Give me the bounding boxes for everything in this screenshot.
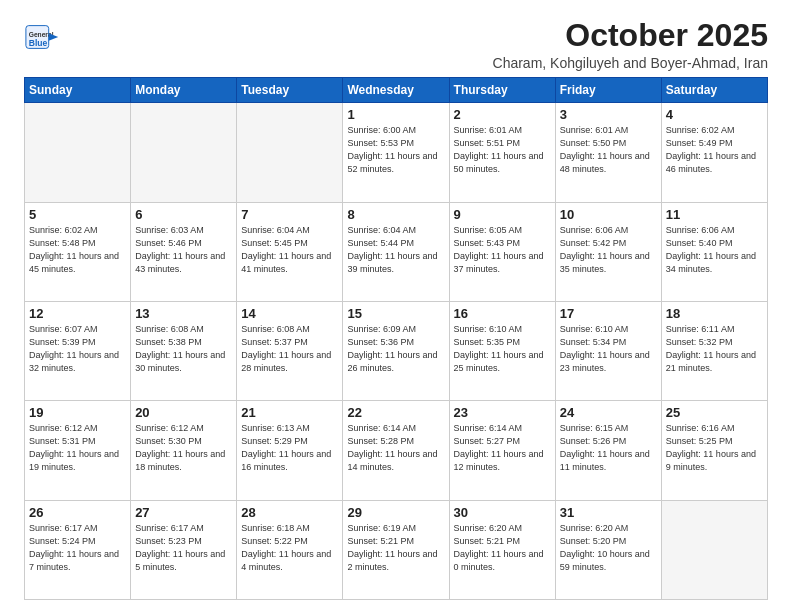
day-info: Sunrise: 6:20 AM Sunset: 5:20 PM Dayligh… [560, 522, 657, 574]
day-info: Sunrise: 6:15 AM Sunset: 5:26 PM Dayligh… [560, 422, 657, 474]
day-number: 28 [241, 505, 338, 520]
table-row: 30Sunrise: 6:20 AM Sunset: 5:21 PM Dayli… [449, 500, 555, 599]
table-row: 23Sunrise: 6:14 AM Sunset: 5:27 PM Dayli… [449, 401, 555, 500]
day-number: 18 [666, 306, 763, 321]
day-info: Sunrise: 6:11 AM Sunset: 5:32 PM Dayligh… [666, 323, 763, 375]
logo-icon: General Blue [24, 18, 62, 56]
day-info: Sunrise: 6:01 AM Sunset: 5:50 PM Dayligh… [560, 124, 657, 176]
table-row: 6Sunrise: 6:03 AM Sunset: 5:46 PM Daylig… [131, 202, 237, 301]
calendar-week-row: 12Sunrise: 6:07 AM Sunset: 5:39 PM Dayli… [25, 301, 768, 400]
day-info: Sunrise: 6:02 AM Sunset: 5:49 PM Dayligh… [666, 124, 763, 176]
title-block: October 2025 Charam, Kohgiluyeh and Boye… [493, 18, 768, 71]
day-number: 15 [347, 306, 444, 321]
table-row: 20Sunrise: 6:12 AM Sunset: 5:30 PM Dayli… [131, 401, 237, 500]
day-info: Sunrise: 6:05 AM Sunset: 5:43 PM Dayligh… [454, 224, 551, 276]
day-number: 27 [135, 505, 232, 520]
day-number: 9 [454, 207, 551, 222]
page: General Blue October 2025 Charam, Kohgil… [0, 0, 792, 612]
table-row: 15Sunrise: 6:09 AM Sunset: 5:36 PM Dayli… [343, 301, 449, 400]
day-number: 12 [29, 306, 126, 321]
table-row: 22Sunrise: 6:14 AM Sunset: 5:28 PM Dayli… [343, 401, 449, 500]
day-number: 31 [560, 505, 657, 520]
day-number: 29 [347, 505, 444, 520]
table-row: 24Sunrise: 6:15 AM Sunset: 5:26 PM Dayli… [555, 401, 661, 500]
day-info: Sunrise: 6:07 AM Sunset: 5:39 PM Dayligh… [29, 323, 126, 375]
table-row: 29Sunrise: 6:19 AM Sunset: 5:21 PM Dayli… [343, 500, 449, 599]
header-tuesday: Tuesday [237, 78, 343, 103]
table-row: 1Sunrise: 6:00 AM Sunset: 5:53 PM Daylig… [343, 103, 449, 202]
day-number: 13 [135, 306, 232, 321]
calendar-table: Sunday Monday Tuesday Wednesday Thursday… [24, 77, 768, 600]
header-sunday: Sunday [25, 78, 131, 103]
day-info: Sunrise: 6:20 AM Sunset: 5:21 PM Dayligh… [454, 522, 551, 574]
table-row: 13Sunrise: 6:08 AM Sunset: 5:38 PM Dayli… [131, 301, 237, 400]
day-info: Sunrise: 6:13 AM Sunset: 5:29 PM Dayligh… [241, 422, 338, 474]
table-row: 21Sunrise: 6:13 AM Sunset: 5:29 PM Dayli… [237, 401, 343, 500]
day-info: Sunrise: 6:06 AM Sunset: 5:40 PM Dayligh… [666, 224, 763, 276]
day-number: 30 [454, 505, 551, 520]
day-number: 24 [560, 405, 657, 420]
day-info: Sunrise: 6:03 AM Sunset: 5:46 PM Dayligh… [135, 224, 232, 276]
day-number: 8 [347, 207, 444, 222]
day-number: 10 [560, 207, 657, 222]
day-number: 5 [29, 207, 126, 222]
day-info: Sunrise: 6:00 AM Sunset: 5:53 PM Dayligh… [347, 124, 444, 176]
day-info: Sunrise: 6:19 AM Sunset: 5:21 PM Dayligh… [347, 522, 444, 574]
table-row [25, 103, 131, 202]
day-number: 16 [454, 306, 551, 321]
table-row: 19Sunrise: 6:12 AM Sunset: 5:31 PM Dayli… [25, 401, 131, 500]
table-row: 16Sunrise: 6:10 AM Sunset: 5:35 PM Dayli… [449, 301, 555, 400]
table-row: 26Sunrise: 6:17 AM Sunset: 5:24 PM Dayli… [25, 500, 131, 599]
day-info: Sunrise: 6:09 AM Sunset: 5:36 PM Dayligh… [347, 323, 444, 375]
day-number: 1 [347, 107, 444, 122]
table-row: 28Sunrise: 6:18 AM Sunset: 5:22 PM Dayli… [237, 500, 343, 599]
day-number: 22 [347, 405, 444, 420]
day-number: 25 [666, 405, 763, 420]
table-row: 18Sunrise: 6:11 AM Sunset: 5:32 PM Dayli… [661, 301, 767, 400]
header: General Blue October 2025 Charam, Kohgil… [24, 18, 768, 71]
svg-text:Blue: Blue [29, 38, 48, 48]
table-row: 8Sunrise: 6:04 AM Sunset: 5:44 PM Daylig… [343, 202, 449, 301]
table-row: 12Sunrise: 6:07 AM Sunset: 5:39 PM Dayli… [25, 301, 131, 400]
day-number: 6 [135, 207, 232, 222]
day-number: 14 [241, 306, 338, 321]
table-row: 9Sunrise: 6:05 AM Sunset: 5:43 PM Daylig… [449, 202, 555, 301]
calendar-header-row: Sunday Monday Tuesday Wednesday Thursday… [25, 78, 768, 103]
day-info: Sunrise: 6:18 AM Sunset: 5:22 PM Dayligh… [241, 522, 338, 574]
day-info: Sunrise: 6:08 AM Sunset: 5:38 PM Dayligh… [135, 323, 232, 375]
day-number: 21 [241, 405, 338, 420]
day-info: Sunrise: 6:04 AM Sunset: 5:45 PM Dayligh… [241, 224, 338, 276]
header-monday: Monday [131, 78, 237, 103]
day-info: Sunrise: 6:17 AM Sunset: 5:23 PM Dayligh… [135, 522, 232, 574]
table-row: 3Sunrise: 6:01 AM Sunset: 5:50 PM Daylig… [555, 103, 661, 202]
day-number: 20 [135, 405, 232, 420]
table-row: 25Sunrise: 6:16 AM Sunset: 5:25 PM Dayli… [661, 401, 767, 500]
day-info: Sunrise: 6:10 AM Sunset: 5:34 PM Dayligh… [560, 323, 657, 375]
day-info: Sunrise: 6:01 AM Sunset: 5:51 PM Dayligh… [454, 124, 551, 176]
day-info: Sunrise: 6:14 AM Sunset: 5:28 PM Dayligh… [347, 422, 444, 474]
table-row: 27Sunrise: 6:17 AM Sunset: 5:23 PM Dayli… [131, 500, 237, 599]
location-title: Charam, Kohgiluyeh and Boyer-Ahmad, Iran [493, 55, 768, 71]
day-number: 19 [29, 405, 126, 420]
day-info: Sunrise: 6:08 AM Sunset: 5:37 PM Dayligh… [241, 323, 338, 375]
table-row: 2Sunrise: 6:01 AM Sunset: 5:51 PM Daylig… [449, 103, 555, 202]
day-number: 23 [454, 405, 551, 420]
table-row [131, 103, 237, 202]
day-number: 4 [666, 107, 763, 122]
day-number: 11 [666, 207, 763, 222]
calendar-week-row: 19Sunrise: 6:12 AM Sunset: 5:31 PM Dayli… [25, 401, 768, 500]
day-info: Sunrise: 6:02 AM Sunset: 5:48 PM Dayligh… [29, 224, 126, 276]
table-row [237, 103, 343, 202]
table-row: 10Sunrise: 6:06 AM Sunset: 5:42 PM Dayli… [555, 202, 661, 301]
calendar-week-row: 1Sunrise: 6:00 AM Sunset: 5:53 PM Daylig… [25, 103, 768, 202]
calendar-week-row: 5Sunrise: 6:02 AM Sunset: 5:48 PM Daylig… [25, 202, 768, 301]
header-thursday: Thursday [449, 78, 555, 103]
day-info: Sunrise: 6:10 AM Sunset: 5:35 PM Dayligh… [454, 323, 551, 375]
table-row: 11Sunrise: 6:06 AM Sunset: 5:40 PM Dayli… [661, 202, 767, 301]
day-number: 3 [560, 107, 657, 122]
day-info: Sunrise: 6:16 AM Sunset: 5:25 PM Dayligh… [666, 422, 763, 474]
day-number: 7 [241, 207, 338, 222]
table-row: 17Sunrise: 6:10 AM Sunset: 5:34 PM Dayli… [555, 301, 661, 400]
table-row [661, 500, 767, 599]
logo: General Blue [24, 18, 62, 56]
